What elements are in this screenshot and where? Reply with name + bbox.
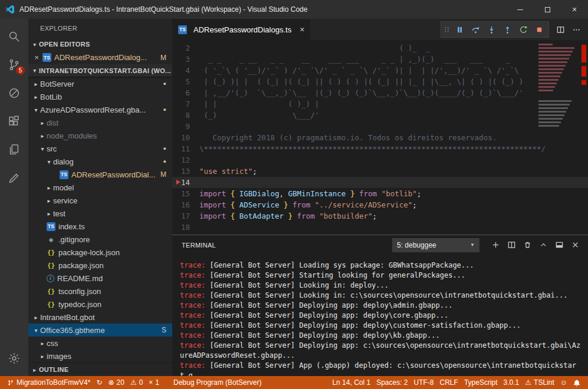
status-label: 0 xyxy=(139,378,143,387)
code-line[interactable]: 4 ( '_`\ ( '__)/'_` ) /'_ `\/' _ ` _ `\ … xyxy=(172,65,588,76)
code-line[interactable]: 17import { BotAdapter } from "botbuilder… xyxy=(172,210,588,222)
code-line[interactable]: 16import { ADService } from "../service/… xyxy=(172,199,588,210)
code-line[interactable]: 9 xyxy=(172,121,588,132)
tasks-indicator[interactable]: ×1 xyxy=(146,376,162,389)
more-actions-icon[interactable] xyxy=(569,22,584,37)
eol[interactable]: CRLF xyxy=(437,376,461,389)
code-line[interactable]: 5 | (_) )| | ( (_| |( (_| || ( ) ( ) |( … xyxy=(172,76,588,87)
tree-item-label: index.ts xyxy=(58,222,85,231)
tree-item-label: package-lock.json xyxy=(58,248,120,257)
feedback-smiley[interactable]: ☺ xyxy=(557,376,570,389)
tree-folder-item[interactable]: ▸node_modules xyxy=(28,129,172,142)
tree-file-item[interactable]: {}tsconfig.json xyxy=(28,285,172,298)
code-line[interactable]: 6 | ,__/'(_) `\__,_)`\__ |(_) (_) (_)`\_… xyxy=(172,87,588,98)
tree-file-item[interactable]: {}typedoc.json xyxy=(28,298,172,311)
tree-file-item[interactable]: {}package-lock.json xyxy=(28,246,172,259)
settings-icon[interactable] xyxy=(0,344,28,372)
terminal-actions xyxy=(488,238,583,253)
terminal-select[interactable]: 5: debuggee ▼ xyxy=(392,238,479,252)
tree-folder-item[interactable]: ▾Office365.gbthemeS xyxy=(28,324,172,337)
open-editors-list: ×TSADResetPasswordDialog...M xyxy=(28,51,172,64)
indentation[interactable]: Spaces: 2 xyxy=(373,376,410,389)
close-tab-icon[interactable]: × xyxy=(300,25,304,34)
tslint-status[interactable]: ⚠TSLint xyxy=(522,376,557,389)
errors-indicator[interactable]: ⊗20 xyxy=(105,376,127,389)
open-editors-header[interactable]: ▾ OPEN EDITORS xyxy=(28,38,172,51)
step-into-icon[interactable] xyxy=(484,22,500,37)
language-mode[interactable]: TypeScript xyxy=(461,376,501,389)
notifications-bell[interactable] xyxy=(570,376,583,389)
debug-launch-indicator[interactable]: Debug Program (BotServer) xyxy=(170,376,264,389)
encoding[interactable]: UTF-8 xyxy=(411,376,437,389)
sync-indicator[interactable]: ↻ xyxy=(93,376,105,389)
tree-item-label: AzureADPasswordReset.gba... xyxy=(40,106,146,114)
pause-icon[interactable] xyxy=(452,22,468,37)
code-line[interactable]: 2 ( )_ _ xyxy=(172,42,588,54)
sidebar-title: EXPLORER xyxy=(28,19,172,38)
extensions-icon[interactable] xyxy=(0,107,28,136)
tree-folder-item[interactable]: ▸test xyxy=(28,207,172,220)
code-line[interactable]: 13"use strict"; xyxy=(172,166,588,177)
open-editor-item[interactable]: ×TSADResetPasswordDialog...M xyxy=(28,51,172,64)
tree-folder-item[interactable]: ▸model xyxy=(28,181,172,194)
split-editor-icon[interactable] xyxy=(553,22,569,37)
close-editor-icon[interactable]: × xyxy=(32,53,41,62)
cursor-position[interactable]: Ln 14, Col 1 xyxy=(329,376,373,389)
code-line[interactable]: 7 | | ( )_) | xyxy=(172,98,588,110)
tree-folder-item[interactable]: ▸dist xyxy=(28,116,172,129)
tree-folder-item[interactable]: ▸BotServer● xyxy=(28,77,172,90)
split-terminal-icon[interactable] xyxy=(504,238,520,253)
close-panel-icon[interactable] xyxy=(567,238,583,253)
code-editor[interactable]: 2 ( )_ _3 _ _ _ __ _ _ __ ___ ___ _ _ | … xyxy=(172,40,588,235)
tree-folder-item[interactable]: ▸BotLib xyxy=(28,90,172,103)
git-branch-indicator[interactable]: MigrationToBotFmwV4* xyxy=(5,376,93,389)
outline-header[interactable]: ▸ OUTLINE xyxy=(28,362,172,376)
code-line[interactable]: 14 xyxy=(172,177,588,188)
tree-folder-item[interactable]: ▸css xyxy=(28,337,172,350)
warnings-indicator[interactable]: ⚠0 xyxy=(127,376,146,389)
kill-terminal-icon[interactable] xyxy=(520,238,536,253)
tree-folder-item[interactable]: ▾src● xyxy=(28,142,172,155)
step-out-icon[interactable] xyxy=(500,22,515,37)
edit-icon[interactable] xyxy=(0,164,28,192)
add-terminal-icon[interactable] xyxy=(488,238,504,253)
typescript-version[interactable]: 3.0.1 xyxy=(501,376,523,389)
maximize-panel-icon[interactable] xyxy=(536,238,551,253)
restart-icon[interactable] xyxy=(515,22,531,37)
code-line[interactable]: 10 Copyright 2018 (c) pragmatismo.io. To… xyxy=(172,132,588,143)
editor-tab[interactable]: TS ADResetPasswordDialogs.ts × xyxy=(172,19,311,40)
toggle-panel-icon[interactable] xyxy=(551,238,567,253)
tree-file-item[interactable]: {}package.json xyxy=(28,259,172,272)
tree-folder-item[interactable]: ▾dialog● xyxy=(28,155,172,168)
documents-icon[interactable] xyxy=(0,136,28,164)
maximize-button[interactable] xyxy=(534,0,561,19)
code-line[interactable]: 12 xyxy=(172,154,588,166)
tree-file-item[interactable]: ◆.gitignore xyxy=(28,233,172,246)
modified-dot-icon: ● xyxy=(163,146,166,151)
stop-icon[interactable] xyxy=(531,22,547,37)
debug-icon[interactable] xyxy=(0,79,28,107)
minimap[interactable] xyxy=(536,41,577,159)
step-over-icon[interactable] xyxy=(468,22,484,37)
tree-file-item[interactable]: TSADResetPasswordDial...M xyxy=(28,168,172,181)
minimize-button[interactable] xyxy=(507,0,534,19)
source-control-icon[interactable]: 5 xyxy=(0,51,28,79)
grip-icon[interactable] xyxy=(442,22,452,37)
tree-folder-item[interactable]: ▸service xyxy=(28,194,172,207)
tree-file-item[interactable]: iREADME.md xyxy=(28,272,172,285)
tree-folder-item[interactable]: ▾AzureADPasswordReset.gba...● xyxy=(28,103,172,116)
code-line[interactable]: 11\*************************************… xyxy=(172,143,588,154)
close-button[interactable]: × xyxy=(561,0,588,19)
terminal-output[interactable]: trace: [General Bot Server] Loading sys … xyxy=(172,255,588,376)
tree-folder-item[interactable]: ▸IntranetBot.gbot xyxy=(28,311,172,324)
terminal-tab[interactable]: TERMINAL xyxy=(182,242,216,249)
search-icon[interactable] xyxy=(0,22,28,51)
code-line[interactable]: 18 xyxy=(172,222,588,233)
code-line[interactable]: 8 (_) \___/' xyxy=(172,110,588,121)
tree-folder-item[interactable]: ▸images xyxy=(28,350,172,362)
code-line[interactable]: 15import { IGBDialog, GBMinInstance } fr… xyxy=(172,188,588,199)
scm-badge: 5 xyxy=(16,66,25,75)
tree-file-item[interactable]: TSindex.ts xyxy=(28,220,172,233)
workspace-header[interactable]: ▾ INTRANETBOTQUICKSTART.GBAI (WO... xyxy=(28,64,172,78)
code-line[interactable]: 3 _ _ _ __ _ _ __ ___ ___ _ _ | ,_)(_) _… xyxy=(172,54,588,65)
